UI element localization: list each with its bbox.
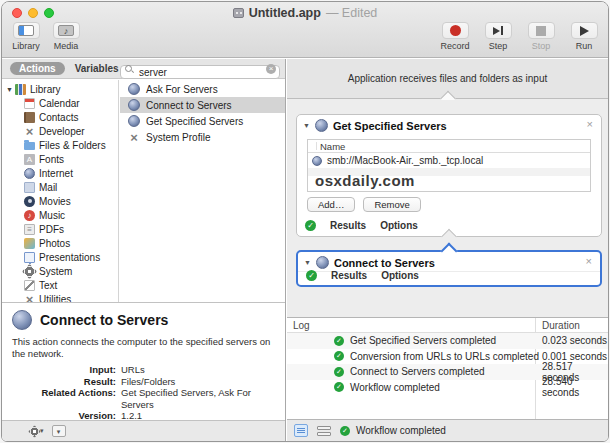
sidebar-item-developer[interactable]: Developer bbox=[2, 124, 118, 138]
action-result-connect-to-servers[interactable]: Connect to Servers bbox=[120, 97, 285, 113]
category-label: Photos bbox=[39, 238, 70, 249]
library-toolbar-button[interactable]: Library bbox=[9, 22, 43, 51]
success-check-icon: ✓ bbox=[306, 270, 317, 281]
log-row[interactable]: ✓ Workflow completed 28.540 seconds bbox=[287, 380, 608, 396]
sidebar-item-files-folders[interactable]: Files & Folders bbox=[2, 138, 118, 152]
sidebar-item-contacts[interactable]: Contacts bbox=[2, 110, 118, 124]
options-toggle[interactable]: Options bbox=[381, 270, 419, 281]
close-icon[interactable]: × bbox=[586, 255, 592, 267]
log-view-toggle-icon[interactable] bbox=[294, 424, 308, 437]
server-row[interactable]: smb://MacBook-Air._smb._tcp.local bbox=[308, 153, 590, 168]
sidebar-item-calendar[interactable]: Calendar bbox=[2, 96, 118, 110]
tab-actions[interactable]: Actions bbox=[10, 62, 65, 75]
action-description-fields: Input: URLs Result: Files/Folders Relate… bbox=[12, 364, 277, 422]
workflow-input-header[interactable]: Application receives files and folders a… bbox=[287, 59, 608, 99]
gear-menu-button[interactable]: ▾ bbox=[30, 427, 44, 436]
category-label: PDFs bbox=[39, 224, 64, 235]
sidebar-item-movies[interactable]: Movies bbox=[2, 194, 118, 208]
sidebar-item-internet[interactable]: Internet bbox=[2, 166, 118, 180]
category-label: Files & Folders bbox=[39, 140, 106, 151]
window-title: Untitled.app — Edited bbox=[2, 5, 608, 21]
category-label: Library bbox=[30, 84, 61, 95]
action-result-system-profile[interactable]: System Profile bbox=[120, 129, 285, 145]
log-panel: Log Duration ✓ Get Specified Servers com… bbox=[287, 317, 608, 420]
stop-label: Stop bbox=[532, 41, 551, 51]
description-field: Related Actions: Get Specified Servers, … bbox=[12, 387, 277, 410]
success-check-icon: ✓ bbox=[334, 336, 344, 346]
sidebar-item-fonts[interactable]: Fonts bbox=[2, 152, 118, 166]
automator-doc-icon bbox=[233, 8, 244, 18]
sidebar-item-utilities[interactable]: Utilities bbox=[2, 292, 118, 302]
action-result-label: Ask For Servers bbox=[146, 84, 218, 95]
category-label: Text bbox=[39, 280, 57, 291]
sidebar-item-text[interactable]: Text bbox=[2, 278, 118, 292]
action-globe-icon bbox=[315, 119, 328, 132]
success-check-icon: ✓ bbox=[334, 367, 344, 377]
stop-button[interactable]: Stop bbox=[524, 22, 558, 51]
workflow-input-text: Application receives files and folders a… bbox=[348, 73, 548, 84]
library-toolbar-label: Library bbox=[12, 41, 40, 51]
workflow-status: ✓ Workflow completed bbox=[340, 425, 446, 436]
sidebar-item-music[interactable]: Music bbox=[2, 208, 118, 222]
action-block-get-specified-servers[interactable]: ▼ Get Specified Servers × Name smb://Mac… bbox=[296, 114, 602, 237]
category-label: Music bbox=[39, 210, 65, 221]
category-label: Contacts bbox=[39, 112, 78, 123]
success-check-icon: ✓ bbox=[305, 220, 316, 231]
options-toggle[interactable]: Options bbox=[380, 220, 418, 231]
action-result-get-specified-servers[interactable]: Get Specified Servers bbox=[120, 113, 285, 129]
sidebar-item-pdfs[interactable]: PDFs bbox=[2, 222, 118, 236]
search-field: × bbox=[120, 62, 280, 76]
sidebar-item-library[interactable]: ▼ Library bbox=[2, 82, 118, 96]
system-icon bbox=[24, 266, 35, 277]
log-rows: ✓ Get Specified Servers completed 0.023 … bbox=[287, 333, 608, 395]
window-edited-label: — Edited bbox=[326, 6, 377, 20]
record-icon bbox=[450, 25, 461, 36]
record-button[interactable]: Record bbox=[438, 22, 472, 51]
contacts-icon bbox=[24, 112, 35, 123]
remove-button[interactable]: Remove bbox=[363, 197, 420, 212]
field-value: Files/Folders bbox=[121, 376, 175, 388]
sidebar-item-system[interactable]: System bbox=[2, 264, 118, 278]
watermark-text: osxdaily.com bbox=[315, 172, 415, 189]
sidebar-item-mail[interactable]: Mail bbox=[2, 180, 118, 194]
toggle-description-button[interactable]: ▾ bbox=[52, 425, 66, 437]
media-toolbar-label: Media bbox=[54, 41, 79, 51]
clear-search-icon[interactable]: × bbox=[266, 64, 276, 74]
folder-icon bbox=[24, 142, 35, 150]
disclosure-triangle-icon[interactable]: ▼ bbox=[6, 86, 15, 93]
step-button[interactable]: Step bbox=[481, 22, 515, 51]
globe-icon bbox=[24, 168, 35, 179]
sidebar-item-photos[interactable]: Photos bbox=[2, 236, 118, 250]
library-pane: Actions Variables × ▼ Library Calendar C… bbox=[2, 59, 286, 441]
run-button[interactable]: Run bbox=[567, 22, 601, 51]
category-label: Mail bbox=[39, 182, 57, 193]
variables-view-toggle-icon[interactable] bbox=[317, 424, 331, 437]
category-label: Movies bbox=[39, 196, 71, 207]
action-result-ask-for-servers[interactable]: Ask For Servers bbox=[120, 81, 285, 97]
disclosure-triangle-icon[interactable]: ▼ bbox=[304, 259, 311, 266]
close-icon[interactable]: × bbox=[587, 118, 593, 130]
media-toolbar-button[interactable]: ♪ Media bbox=[49, 22, 83, 51]
sidebar-item-presentations[interactable]: Presentations bbox=[2, 250, 118, 264]
log-duration: 28.540 seconds bbox=[542, 376, 608, 398]
results-toggle[interactable]: Results bbox=[331, 270, 367, 281]
pdfs-icon bbox=[24, 224, 35, 235]
log-column-header: Log bbox=[287, 320, 310, 331]
workflow-footer-bar: ✓ Workflow completed bbox=[287, 419, 608, 441]
toolbar-left: Library ♪ Media bbox=[9, 22, 83, 51]
disclosure-triangle-icon[interactable]: ▼ bbox=[303, 122, 310, 129]
log-message: Workflow completed bbox=[350, 382, 440, 393]
add-button[interactable]: Add… bbox=[307, 197, 355, 212]
search-input[interactable] bbox=[120, 65, 280, 79]
utilities-icon bbox=[24, 294, 35, 303]
log-message: Connect to Servers completed bbox=[350, 366, 485, 377]
music-icon bbox=[24, 210, 35, 221]
gear-icon bbox=[30, 427, 39, 436]
log-row[interactable]: ✓ Get Specified Servers completed 0.023 … bbox=[287, 333, 608, 349]
search-icon bbox=[125, 65, 132, 72]
action-block-connect-to-servers[interactable]: ▼ Connect to Servers × ✓ Results Options bbox=[296, 250, 602, 287]
category-label: System bbox=[39, 266, 72, 277]
tab-variables[interactable]: Variables bbox=[75, 63, 119, 74]
description-field: Input: URLs bbox=[12, 364, 277, 376]
results-toggle[interactable]: Results bbox=[330, 220, 366, 231]
